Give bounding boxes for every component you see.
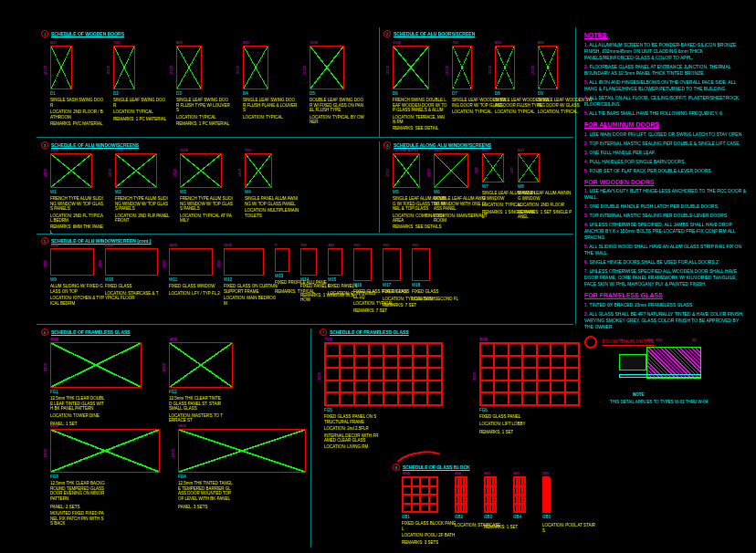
door-shape (243, 46, 268, 89)
drawing-D6: 15002100D6FRENCH SWING DOUBLE LEAF WOODE… (393, 46, 447, 131)
note-item: 5. FOUR SET OF FLAT RACK PER DOUBLE-LEVE… (584, 168, 749, 174)
tag: FG4 (178, 475, 233, 479)
dim: 150 (656, 338, 662, 342)
drawing-sheet: 1SCHEDULE OF WOODEN DOORS2SCHEDULE OF AL… (0, 0, 756, 553)
rem2: LOCATION: LIVING RM (324, 444, 379, 449)
dim-w: 600 (50, 40, 57, 45)
spec: FIXED GLASS PANEL ON STRUCTURAL FRAME (324, 414, 379, 424)
door-shape (310, 46, 344, 89)
dim: 200 (646, 338, 653, 342)
dim-w: 200 (542, 471, 549, 475)
dim-w: 700 (353, 243, 360, 247)
dim-w: 3500 (479, 337, 488, 341)
section-marker-icon: 7 (320, 329, 327, 336)
dim-w: 5800 (178, 423, 186, 428)
loc: LOCATION: STAIRCASE & TYPICAL FLOOR (105, 291, 160, 301)
glass-grid (513, 476, 526, 513)
note-item: 4. UNLESS OTHERWISE SPECIFIED, ALL JAMBS… (584, 222, 749, 241)
dim-h: 1200 (216, 260, 221, 268)
drawing-W9: 15001200W9ALUM SLIDING W/ FIXED GLASS ON… (50, 248, 105, 308)
dim: 50 (692, 338, 696, 342)
tag: D5 (310, 91, 364, 96)
dim-h: 2100 (530, 66, 535, 74)
rem: INTERNAL DECOR WITH FRAMED CLEAR GLASS (324, 433, 379, 443)
drawing-W11: 18001200W11FIXED GLASS WINDOWLOCATION: L… (169, 248, 220, 297)
rem: REMARKS: 3 SETS (402, 540, 457, 545)
notes-panel: NOTES: 1. ALL ALUMINUM SCREEN TO BE POWD… (584, 27, 749, 349)
spec: DOUBLE LEAF SWING DOOR W/ FIXED GLASS ON… (310, 98, 364, 112)
loc: LOCATION: KITCHEN & TYPICAL BEDRM (50, 296, 105, 306)
note-item: 2. FLOORBASE GLASS PANEL AT ENTRANCE JUN… (584, 64, 749, 77)
dim-h: 600 (474, 167, 478, 173)
spec: FIXED GLASS ON CURTAIN/SUPPORT FRAME (224, 284, 278, 294)
drawing-D4: 9002100D4SINGLE LEAF SWING DOOR FLUSH PL… (243, 46, 298, 121)
dim-w: 400 (328, 243, 334, 247)
dim-w: 1500 (180, 148, 188, 152)
aluminum-doors-heading: FOR ALUMINUM DOORS (584, 120, 749, 130)
section-header: 2SCHEDULE OF ALU DOORS/SCREEN (383, 30, 475, 37)
tag: FG5 (324, 408, 379, 412)
rem: REMARKS: 1 SET SINGLE PANEL (518, 210, 572, 220)
note-item: 4. ALL DETAIL ON ALL FLOOR, CEILING/SOFF… (584, 95, 749, 108)
dim-h: 600 (509, 167, 514, 173)
drawing-FG4: 58002400FG412.5mm THK TINTED TANGLE TEMP… (178, 429, 306, 509)
tag: W9 (50, 277, 105, 282)
note-item: 2. TOP INTERNAL MASTIC SEALING PER DOUBL… (584, 141, 749, 147)
loc: LOCATION: TYPICAL (176, 115, 231, 120)
loc: LOCATION: LIFT LOBBY (479, 422, 534, 426)
note-item: 5. ALL TIE BARS SMALL HAVE THE FOLLOWING… (584, 110, 749, 117)
loc: LOCATION: TYPICAL (113, 110, 168, 114)
spec: FIXED GLASS BLOCK PANEL (402, 521, 457, 531)
section-header: 1SCHEDULE OF WOODEN DOORS (41, 30, 124, 37)
jamb-note-h: NOTE (633, 392, 645, 397)
dim-h: 2100 (236, 66, 240, 74)
drawing-W1: 15001400W1FRENCH TYPE ALUM SLIDING WINDO… (50, 153, 105, 235)
section-title: SCHEDULE OF FRAMELESS GLASS (330, 329, 409, 335)
spec: FIXED GLASS (412, 289, 458, 294)
glass-grid (402, 476, 438, 513)
door-shape (176, 46, 202, 89)
tag: W18 (412, 283, 458, 287)
note-item: 5. ALL SLIDING WOOD SHALL HAVE AN ALUM G… (584, 244, 749, 256)
note-item: 2. ALL GLASS SHALL BE 4FT NATURALLY TINT… (584, 311, 749, 330)
section-title: SCHEDULE OF ALU WINDOW/SCREENS (51, 142, 139, 148)
drawing-W3: 15001600W3FRENCH TYPE ALUM SLIDING WINDO… (180, 153, 235, 224)
glass-grid (479, 342, 580, 406)
door-shape (353, 248, 372, 281)
section-marker-icon: 6 (41, 329, 48, 336)
drawing-W2: 15001400W2FRENCH TYPE ALUM SLIDING WINDO… (115, 153, 170, 224)
dim-w: 400 (455, 471, 461, 475)
tag: FG1 (50, 390, 105, 394)
door-shape (115, 153, 157, 188)
dim-w: 1500 (50, 148, 58, 152)
dim-h: 3000 (317, 372, 321, 381)
dim-h: 2100 (302, 66, 307, 74)
drawing-FG3: 48002400FG312.5mm THK CLEAR BACKGROUND T… (50, 429, 160, 527)
door-shape (50, 153, 92, 188)
section-header: 7SCHEDULE OF FRAMELESS GLASS (320, 329, 409, 336)
tag: W3 (180, 190, 235, 194)
dim-w: P (275, 243, 278, 247)
loc: LOCATION: TYPICAL AT FAMILY (180, 214, 235, 224)
dim-h: 1200 (162, 260, 166, 268)
dim-h: 1400 (43, 169, 47, 177)
rem: REMARKS: 7 SET (353, 308, 408, 313)
drawing-W12: 16001200W12FIXED GLASS ON CURTAIN/SUPPOR… (224, 248, 278, 308)
dim-w: 1600 (224, 243, 232, 247)
dim-w: 600 (518, 148, 524, 152)
rem: REMARKS: SEE DETAIL (393, 126, 447, 130)
dim-h: 2400 (171, 449, 175, 457)
tag: W12 (224, 277, 278, 282)
door-shape (50, 342, 142, 388)
dim-w: 1800 (169, 243, 177, 247)
separator (37, 137, 573, 138)
section-title: SCHEDULE OF WOODEN DOORS (51, 31, 124, 37)
door-shape (495, 46, 515, 89)
door-shape (518, 153, 540, 183)
door-shape (434, 153, 468, 188)
rem2: MOUNTED FIXED FIXED PANEL FIX PATCH PIN … (50, 511, 105, 526)
tag: W11 (169, 277, 220, 282)
drawing-W10: 21001200W10FIXED GLASSLOCATION: STAIRCAS… (105, 248, 160, 303)
spec: FRENCH TYPE ALUM SLIDING WINDOW W/ TOP G… (180, 196, 235, 211)
rem: REMARKS: 7 SET (383, 303, 435, 308)
